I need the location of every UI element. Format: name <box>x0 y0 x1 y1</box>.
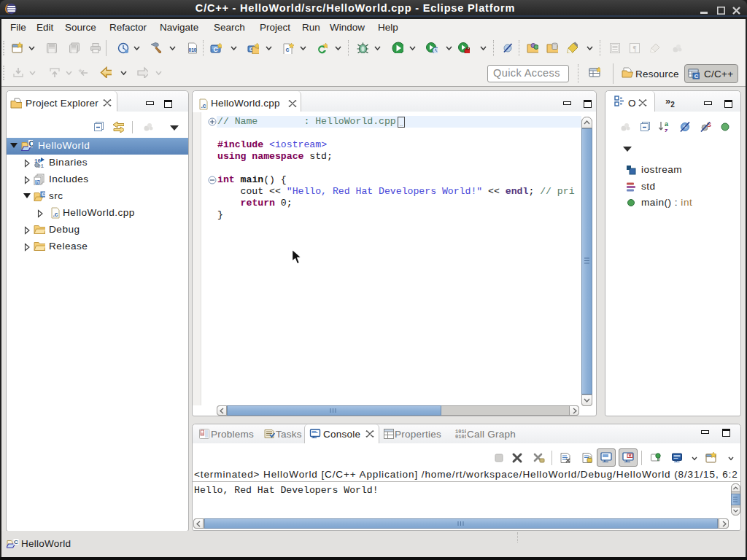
svg-text:C: C <box>694 73 699 79</box>
svg-text:C: C <box>42 192 45 197</box>
svg-text:h: h <box>36 179 39 184</box>
svg-text:.c: .c <box>53 211 58 218</box>
svg-text:z: z <box>665 127 668 133</box>
svg-text:.c: .c <box>201 102 206 109</box>
svg-text:0101: 0101 <box>455 434 466 440</box>
svg-text:C: C <box>29 140 33 148</box>
svg-text:C: C <box>14 539 18 545</box>
